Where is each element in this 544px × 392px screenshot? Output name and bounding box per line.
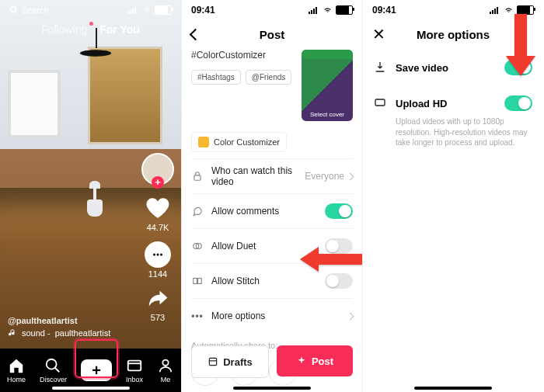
- duet-icon: [191, 240, 204, 252]
- svg-line-1: [16, 12, 18, 14]
- svg-point-2: [153, 254, 155, 256]
- status-bar: Search: [0, 0, 181, 20]
- nav-me[interactable]: Me: [157, 357, 174, 383]
- annotation-arrow-icon: [503, 14, 539, 76]
- music-note-icon: [8, 328, 17, 338]
- svg-rect-7: [128, 361, 141, 371]
- search-icon: [44, 357, 61, 374]
- follow-plus-icon[interactable]: +: [152, 176, 164, 189]
- tab-following[interactable]: Following: [41, 23, 87, 36]
- wifi-icon: [323, 6, 333, 14]
- stitch-icon: [191, 275, 204, 287]
- inbox-icon: [126, 357, 143, 374]
- search-link[interactable]: Search: [9, 5, 49, 15]
- chevron-right-icon: [347, 172, 354, 180]
- nav-home[interactable]: Home: [7, 357, 26, 383]
- upload-hd-label: Upload HD: [396, 98, 495, 109]
- highlight-box-icon: [75, 339, 118, 378]
- svg-rect-18: [210, 358, 217, 365]
- color-customizer-label: Color Customizer: [214, 137, 280, 147]
- nav-create[interactable]: +: [81, 359, 112, 381]
- status-time: 09:41: [191, 5, 215, 16]
- more-icon: •••: [191, 310, 204, 322]
- battery-icon: [155, 5, 172, 15]
- phone-post: 09:41 Post #ColorCustomizer #Hashtags @F…: [181, 0, 362, 392]
- svg-point-3: [157, 254, 159, 256]
- sound-artist: paultheatlartist: [55, 328, 111, 338]
- svg-marker-20: [300, 247, 362, 272]
- svg-rect-12: [194, 279, 197, 284]
- close-button[interactable]: ✕: [372, 20, 385, 48]
- chevron-left-icon: [190, 28, 202, 40]
- wifi-icon: [141, 6, 152, 14]
- home-indicator: [52, 387, 130, 390]
- author-avatar[interactable]: +: [141, 153, 174, 186]
- comment-button[interactable]: 1144: [145, 241, 171, 279]
- bottom-nav: Home Discover + Inbox Me: [0, 349, 181, 392]
- drafts-button[interactable]: Drafts: [191, 345, 269, 378]
- more-options-label: More options: [211, 310, 340, 321]
- hd-icon: [374, 96, 386, 111]
- heart-icon: [145, 195, 171, 221]
- search-label: Search: [22, 5, 49, 15]
- lock-icon: [191, 170, 204, 182]
- post-header: Post: [182, 20, 362, 48]
- row-allow-comments: Allow comments: [191, 193, 353, 228]
- signal-icon: [127, 6, 138, 14]
- allow-stitch-label: Allow Stitch: [211, 276, 317, 286]
- notification-dot-icon: [89, 22, 93, 26]
- home-icon: [8, 357, 25, 374]
- tab-for-you[interactable]: For You: [99, 23, 140, 36]
- nav-inbox[interactable]: Inbox: [126, 357, 143, 383]
- chevron-right-icon: [347, 312, 354, 320]
- feed-meta: @paultheatlartist sound - paultheatlarti…: [8, 316, 110, 338]
- signal-icon: [309, 6, 319, 14]
- toggle-upload-hd[interactable]: [504, 95, 532, 111]
- phone-more-options: 09:41 ✕ More options Save video: [362, 0, 543, 392]
- caption-text: #ColorCustomizer: [191, 50, 266, 61]
- close-icon: ✕: [372, 25, 385, 43]
- svg-rect-9: [194, 175, 201, 180]
- post-button[interactable]: Post: [277, 345, 353, 376]
- signal-icon: [490, 6, 500, 14]
- toggle-allow-comments[interactable]: [325, 203, 353, 219]
- sound-link[interactable]: sound - paultheatlartist: [8, 328, 110, 338]
- svg-point-5: [47, 359, 57, 369]
- svg-point-0: [11, 7, 16, 12]
- username[interactable]: @paultheatlartist: [8, 316, 110, 325]
- caption-field[interactable]: #ColorCustomizer #Hashtags @Friends: [191, 50, 294, 121]
- upload-hd-description: Upload videos with up to 1080p resolutio…: [374, 116, 532, 148]
- avatar: +: [141, 153, 174, 186]
- svg-point-8: [162, 360, 168, 366]
- allow-comments-label: Allow comments: [211, 206, 317, 217]
- color-customizer-tag[interactable]: Color Customizer: [191, 132, 287, 152]
- cover-label: Select cover: [310, 111, 344, 118]
- battery-icon: [336, 5, 353, 15]
- who-value: Everyone: [305, 171, 344, 182]
- toggle-allow-stitch[interactable]: [325, 273, 353, 289]
- back-button[interactable]: [191, 20, 200, 48]
- row-more-options[interactable]: ••• More options: [191, 298, 353, 333]
- nav-discover[interactable]: Discover: [40, 357, 67, 383]
- wifi-icon: [504, 6, 514, 14]
- chip-hashtags[interactable]: #Hashtags: [191, 70, 241, 85]
- share-button[interactable]: 573: [146, 288, 169, 322]
- sparkle-icon: [296, 356, 307, 366]
- select-cover[interactable]: Select cover: [302, 50, 353, 121]
- share-count: 573: [151, 313, 165, 322]
- svg-rect-21: [375, 99, 385, 106]
- drafts-label: Drafts: [223, 356, 253, 368]
- who-label: Who can watch this video: [211, 165, 297, 187]
- chip-friends[interactable]: @Friends: [246, 70, 292, 85]
- svg-rect-13: [198, 279, 202, 284]
- home-indicator: [233, 387, 311, 390]
- row-who-can-watch[interactable]: Who can watch this video Everyone: [191, 158, 353, 193]
- post-title: Post: [260, 28, 285, 41]
- status-time: 09:41: [372, 5, 396, 16]
- profile-icon: [157, 357, 174, 374]
- annotation-arrow-icon: [300, 244, 362, 275]
- like-button[interactable]: 44.7K: [145, 195, 171, 232]
- swatch-icon: [198, 137, 209, 147]
- svg-point-4: [160, 254, 162, 256]
- sound-prefix: sound -: [22, 328, 51, 338]
